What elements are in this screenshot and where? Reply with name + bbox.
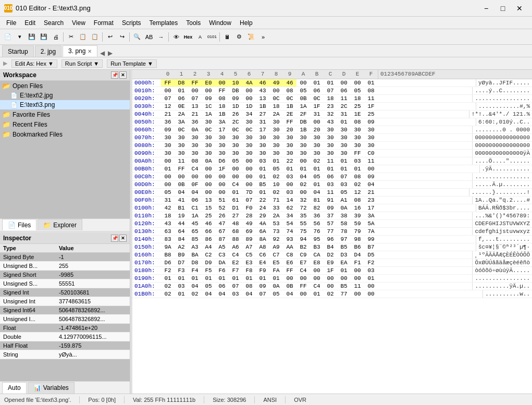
hex-byte[interactable]: 01	[364, 275, 378, 282]
hex-byte[interactable]: 30	[337, 126, 351, 133]
hex-byte[interactable]: 01	[175, 87, 188, 94]
hex-byte[interactable]: 00	[215, 173, 229, 180]
hex-byte[interactable]: 30	[161, 150, 175, 157]
hex-byte[interactable]: 0A	[337, 204, 351, 212]
hex-byte[interactable]: 00	[161, 157, 175, 165]
hex-byte[interactable]: 03	[229, 290, 242, 298]
hex-byte[interactable]: 00	[337, 79, 351, 87]
hex-byte[interactable]: 56	[310, 220, 324, 227]
hex-byte[interactable]: 12	[161, 103, 175, 110]
hex-byte[interactable]: B5	[337, 283, 351, 290]
hex-byte[interactable]: F0	[242, 204, 256, 212]
hex-byte[interactable]: 01	[229, 275, 242, 282]
hex-byte[interactable]: 01	[188, 275, 202, 282]
hex-byte[interactable]: B8	[161, 251, 175, 259]
hex-byte[interactable]: A8	[256, 243, 269, 251]
hex-byte[interactable]: 00	[215, 181, 229, 188]
hex-byte[interactable]: 1E	[351, 111, 364, 118]
menu-item-edit[interactable]: Edit	[20, 18, 40, 28]
hex-byte[interactable]: 11	[324, 157, 337, 165]
hex-byte[interactable]: 87	[215, 236, 229, 243]
menu-item-format[interactable]: Format	[90, 18, 118, 28]
hex-byte[interactable]: 01	[364, 79, 378, 87]
hex-content[interactable]: ⠀ 0123456789ABCDEF 0123456789ABCDEF 0000…	[132, 70, 532, 394]
hex-byte[interactable]: 03	[283, 173, 296, 180]
hex-byte[interactable]: 01	[310, 79, 324, 87]
hex-byte[interactable]: 94	[296, 236, 310, 243]
hex-byte[interactable]: 1F	[324, 267, 337, 274]
hex-byte[interactable]: C5	[242, 251, 256, 259]
hex-byte[interactable]: 14	[283, 197, 296, 204]
hex-byte[interactable]: 44	[175, 220, 188, 227]
hex-byte[interactable]: 00	[364, 283, 378, 290]
hex-byte[interactable]: 00	[188, 87, 202, 94]
hex-byte[interactable]: 1B	[256, 103, 269, 110]
tab-3png[interactable]: 3. png ✕	[63, 45, 97, 57]
hex-byte[interactable]: 00	[337, 275, 351, 282]
hex-byte[interactable]: 00	[296, 157, 310, 165]
hex-byte[interactable]: 04	[283, 290, 296, 298]
hex-byte[interactable]: 30	[229, 142, 242, 149]
hex-byte[interactable]: B1	[175, 204, 188, 212]
hex-byte[interactable]: 01	[175, 290, 188, 298]
hex-byte[interactable]: C4	[310, 283, 324, 290]
hex-byte[interactable]: 58	[337, 220, 351, 227]
hex-byte[interactable]: 2A	[175, 111, 188, 118]
hex-byte[interactable]: 30	[188, 142, 202, 149]
hex-byte[interactable]: 30	[296, 142, 310, 149]
hex-byte[interactable]: D5	[364, 251, 378, 259]
hex-byte[interactable]: 3A	[215, 118, 229, 126]
hex-byte[interactable]: 01	[324, 165, 337, 173]
hex-byte[interactable]: 95	[310, 236, 324, 243]
hex-byte[interactable]: 01	[337, 157, 351, 165]
hex-byte[interactable]: 04	[175, 189, 188, 196]
hex-byte[interactable]: D1	[229, 204, 242, 212]
hex-byte[interactable]: F9	[256, 267, 269, 274]
hex-byte[interactable]: 11	[324, 189, 337, 196]
hex-byte[interactable]: 30	[215, 150, 229, 157]
hex-byte[interactable]: 30	[269, 134, 283, 141]
hex-byte[interactable]: 30	[324, 142, 337, 149]
hex-byte[interactable]: 08	[351, 173, 364, 180]
hex-byte[interactable]: B5	[256, 181, 269, 188]
workspace-close-button[interactable]: ✕	[119, 71, 127, 79]
hex-byte[interactable]: 1C	[202, 103, 215, 110]
hex-byte[interactable]: 30	[269, 142, 283, 149]
hex-byte[interactable]: 1B	[296, 126, 310, 133]
hex-byte[interactable]: 0B	[283, 283, 296, 290]
hex-byte[interactable]: 68	[229, 228, 242, 235]
hex-byte[interactable]: 00	[324, 283, 337, 290]
hex-byte[interactable]: 1B	[215, 111, 229, 118]
hex-byte[interactable]: 09	[229, 95, 242, 102]
hex-byte[interactable]: B2	[296, 243, 310, 251]
hex-byte[interactable]: 30	[242, 134, 256, 141]
hex-byte[interactable]: B5	[337, 243, 351, 251]
hex-byte[interactable]: 21	[188, 111, 202, 118]
save-all-button[interactable]: 💾	[38, 31, 50, 43]
hex-byte[interactable]: C4	[229, 181, 242, 188]
hex-byte[interactable]: 3A	[175, 118, 188, 126]
settings-button[interactable]: ⚙	[233, 31, 245, 43]
hex-byte[interactable]: 36	[161, 118, 175, 126]
hex-byte[interactable]: 01	[202, 275, 215, 282]
hex-byte[interactable]: FF	[175, 165, 188, 173]
menu-item-file[interactable]: File	[2, 18, 20, 28]
hex-byte[interactable]: 07	[229, 283, 242, 290]
menu-item-scripts[interactable]: Scripts	[118, 18, 145, 28]
hex-byte[interactable]: 72	[296, 204, 310, 212]
hex-byte[interactable]: 17	[364, 204, 378, 212]
hex-byte[interactable]: 48	[229, 220, 242, 227]
replace-button[interactable]: AB	[143, 31, 155, 43]
hex-byte[interactable]: 00	[351, 79, 364, 87]
hex-byte[interactable]: 00	[364, 290, 378, 298]
hex-byte[interactable]: 30	[202, 142, 215, 149]
hex-byte[interactable]: 30	[283, 134, 296, 141]
hex-byte[interactable]: 81	[310, 197, 324, 204]
hex-byte[interactable]: 61	[229, 197, 242, 204]
hex-byte[interactable]: 2A	[269, 111, 283, 118]
hex-byte[interactable]: F1	[351, 259, 364, 266]
hex-byte[interactable]: 30	[188, 150, 202, 157]
hex-byte[interactable]: C4	[296, 267, 310, 274]
hex-byte[interactable]: 0C	[269, 95, 283, 102]
hex-byte[interactable]: C1	[188, 204, 202, 212]
